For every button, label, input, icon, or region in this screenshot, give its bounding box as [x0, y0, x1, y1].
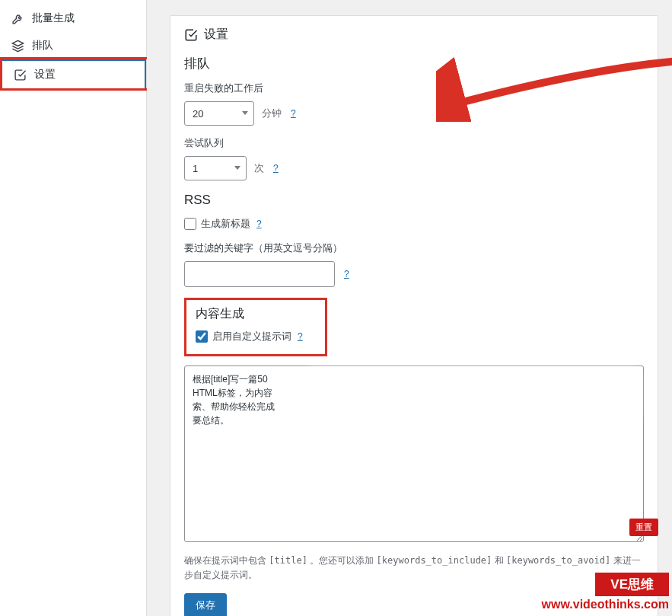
- main-content: 设置 排队 重启失败的工作后 20 分钟 ? 尝试队列 1: [147, 0, 672, 616]
- panel-title-text: 设置: [204, 27, 228, 43]
- help-link[interactable]: ?: [291, 108, 296, 119]
- filter-input[interactable]: [184, 261, 335, 287]
- svg-marker-0: [12, 40, 23, 46]
- content-heading: 内容生成: [196, 306, 316, 322]
- help-link[interactable]: ?: [344, 269, 349, 279]
- help-link[interactable]: ?: [273, 163, 279, 174]
- attempts-unit: 次: [254, 161, 264, 175]
- watermark-url: www.videothinks.com: [542, 598, 669, 611]
- new-title-checkbox[interactable]: [184, 218, 196, 230]
- reset-button[interactable]: 重置: [629, 519, 658, 536]
- sidebar-item-label: 排队: [32, 39, 53, 53]
- sidebar-item-label: 设置: [34, 68, 56, 81]
- queue-heading: 排队: [184, 55, 644, 72]
- attempts-select[interactable]: 1: [184, 156, 247, 180]
- content-gen-highlight: 内容生成 启用自定义提示词 ?: [184, 298, 327, 356]
- attempts-label: 尝试队列: [184, 136, 644, 150]
- panel-title: 设置: [184, 27, 644, 43]
- blur-redaction: [310, 370, 636, 417]
- wrench-icon: [11, 11, 24, 25]
- restart-unit: 分钟: [262, 107, 282, 120]
- help-link[interactable]: ?: [298, 331, 303, 342]
- rss-heading: RSS: [184, 193, 644, 208]
- filter-label: 要过滤的关键字（用英文逗号分隔）: [184, 241, 644, 255]
- sidebar-item-batch[interactable]: 批量生成: [0, 5, 146, 32]
- watermark-tag: VE思维: [595, 573, 669, 596]
- new-title-label: 生成新标题: [201, 217, 250, 231]
- check-square-icon: [184, 28, 198, 42]
- save-button[interactable]: 保存: [184, 593, 227, 616]
- layers-icon: [11, 39, 24, 53]
- sidebar-item-label: 批量生成: [32, 11, 75, 25]
- sidebar: 批量生成 排队 设置: [0, 0, 147, 616]
- sidebar-item-queue[interactable]: 排队: [0, 32, 146, 59]
- check-square-icon: [13, 68, 27, 81]
- enable-label: 启用自定义提示词: [212, 330, 291, 343]
- settings-panel: 设置 排队 重启失败的工作后 20 分钟 ? 尝试队列 1: [170, 15, 658, 616]
- enable-custom-prompt-checkbox[interactable]: [196, 330, 208, 343]
- restart-label: 重启失败的工作后: [184, 81, 644, 95]
- help-link[interactable]: ?: [256, 219, 262, 229]
- watermark: VE思维 www.videothinks.com: [542, 573, 669, 611]
- restart-select[interactable]: 20: [184, 101, 254, 126]
- sidebar-item-settings[interactable]: 设置: [0, 59, 146, 90]
